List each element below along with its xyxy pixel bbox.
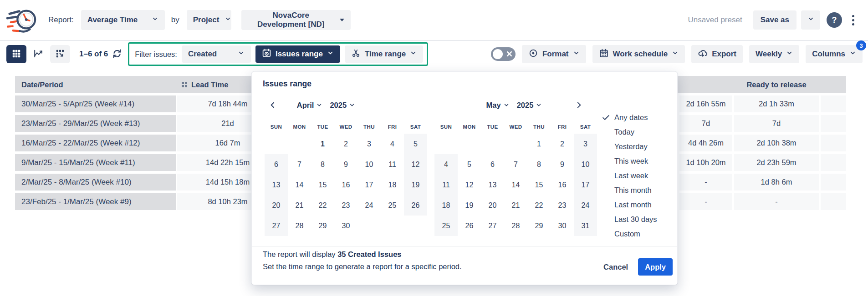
calendar-day[interactable]: 28 [504,216,527,236]
calendar-day[interactable]: 1 [311,134,334,154]
quick-option-this-month[interactable]: This month [602,183,688,197]
quick-option-last-week[interactable]: Last week [602,168,688,183]
calendar-day[interactable]: 13 [481,175,504,195]
quick-option-today[interactable]: Today [602,125,688,139]
calendar-day[interactable]: 4 [434,154,458,175]
column-header-ready-to-release[interactable]: Ready to release [734,76,819,93]
period-dropdown[interactable]: Weekly [749,45,799,63]
calendar-day[interactable]: 11 [381,154,404,175]
calendar-day[interactable]: 15 [527,175,551,195]
calendar-day[interactable]: 22 [527,195,551,216]
calendar-day[interactable]: 18 [434,195,458,216]
calendar-day[interactable]: 14 [288,175,311,195]
quick-option-this-week[interactable]: This week [602,154,688,168]
quick-option-yesterday[interactable]: Yesterday [602,139,688,154]
calendar-day[interactable]: 20 [481,195,504,216]
project-dropdown[interactable]: NovaCore Development [ND] [241,10,351,30]
calendar-day[interactable]: 19 [404,175,427,195]
calendar-day[interactable]: 6 [481,154,504,175]
year-select[interactable]: 2025 [330,101,355,110]
format-button[interactable]: Format [522,45,586,63]
calendar-day[interactable]: 2 [551,134,574,154]
calendar-day[interactable]: 21 [288,195,311,216]
calendar-day[interactable]: 9 [334,154,357,175]
apply-button[interactable]: Apply [638,258,673,276]
calendar-day[interactable]: 30 [334,216,357,236]
quick-option-any-dates[interactable]: Any dates [602,110,688,125]
calendar-day[interactable]: 22 [311,195,334,216]
calendar-day[interactable]: 5 [458,154,481,175]
calendar-day[interactable]: 3 [357,134,381,154]
calendar-day[interactable]: 24 [574,195,597,216]
calendar-day[interactable]: 25 [434,216,458,236]
quick-option-last-month[interactable]: Last month [602,197,688,212]
group-by-dropdown[interactable]: Project [187,10,231,30]
calendar-day[interactable]: 11 [434,175,458,195]
calendar-day[interactable]: 7 [504,154,527,175]
calendar-day[interactable]: 28 [288,216,311,236]
calendar-day[interactable]: 24 [357,195,381,216]
calendar-day[interactable]: 21 [504,195,527,216]
calendar-day[interactable]: 4 [381,134,404,154]
calendar-day[interactable]: 27 [265,216,288,236]
calendar-day[interactable]: 27 [481,216,504,236]
calendar-day[interactable]: 26 [458,216,481,236]
calendar-day[interactable]: 16 [551,175,574,195]
calendar-day[interactable]: 15 [311,175,334,195]
calendar-day[interactable]: 5 [404,134,427,154]
more-menu-button[interactable] [848,11,859,29]
export-button[interactable]: Export [691,45,743,63]
calendar-day[interactable]: 26 [404,195,427,216]
chart-view-toggle[interactable] [491,47,516,61]
calendar-day[interactable]: 14 [504,175,527,195]
calendar-day[interactable]: 9 [551,154,574,175]
refresh-button[interactable] [112,48,123,60]
calendar-day[interactable]: 20 [265,195,288,216]
calendar-day[interactable]: 1 [527,134,551,154]
filter-created-dropdown[interactable]: Created [182,45,251,63]
year-select[interactable]: 2025 [517,101,542,110]
calendar-day[interactable]: 8 [311,154,334,175]
save-as-chevron-button[interactable] [801,10,820,30]
calendar-day[interactable]: 16 [334,175,357,195]
calendar-day[interactable]: 7 [288,154,311,175]
column-header-date-period[interactable]: Date/Period [21,76,63,93]
report-type-dropdown[interactable]: Average Time [81,10,165,30]
time-range-button[interactable]: Time range [345,45,423,63]
calendar-day[interactable]: 12 [458,175,481,195]
quick-option-custom[interactable]: Custom [602,226,688,241]
calendar-day[interactable]: 29 [311,216,334,236]
cancel-button[interactable]: Cancel [603,263,628,271]
calendar-day[interactable]: 8 [527,154,551,175]
work-schedule-button[interactable]: Work schedule [592,45,685,63]
calendar-day[interactable]: 23 [334,195,357,216]
save-as-button[interactable]: Save as [753,10,797,30]
calendar-day[interactable]: 17 [574,175,597,195]
calendar-day[interactable]: 6 [265,154,288,175]
calendar-day[interactable]: 19 [458,195,481,216]
quick-option-last-30-days[interactable]: Last 30 days [602,212,688,226]
columns-label: Columns [812,50,845,59]
help-button[interactable]: ? [827,12,842,28]
calendar-day[interactable]: 29 [527,216,551,236]
calendar-day[interactable]: 10 [357,154,381,175]
column-header-lead-time[interactable]: Lead Time [182,76,228,93]
view-pivot-button[interactable] [50,45,70,63]
calendar-day[interactable]: 12 [404,154,427,175]
issues-range-button[interactable]: Issues range [255,45,340,63]
calendar-day[interactable]: 17 [357,175,381,195]
calendar-day[interactable]: 25 [381,195,404,216]
calendar-day[interactable]: 23 [551,195,574,216]
calendar-day[interactable]: 18 [381,175,404,195]
calendar-day[interactable]: 3 [574,134,597,154]
columns-dropdown[interactable]: Columns [806,45,863,63]
calendar-day[interactable]: 31 [574,216,597,236]
view-table-button[interactable] [6,45,26,63]
view-chart-button[interactable] [28,45,48,63]
calendar-day[interactable]: 30 [551,216,574,236]
month-select[interactable]: May [486,101,510,110]
calendar-day[interactable]: 10 [574,154,597,175]
calendar-day[interactable]: 13 [265,175,288,195]
month-select[interactable]: April [297,101,323,110]
calendar-day[interactable]: 2 [334,134,357,154]
